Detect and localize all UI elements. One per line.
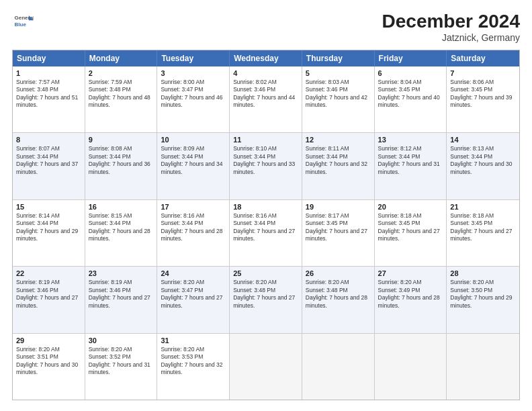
day-number: 21 [450, 203, 516, 211]
calendar: SundayMondayTuesdayWednesdayThursdayFrid… [12, 50, 520, 400]
day-cell-5: 5Sunrise: 8:03 AMSunset: 3:46 PMDaylight… [302, 66, 375, 132]
day-number: 13 [378, 136, 443, 144]
day-cell-8: 8Sunrise: 8:07 AMSunset: 3:44 PMDaylight… [13, 133, 85, 199]
day-detail: Sunrise: 8:17 AMSunset: 3:45 PMDaylight:… [306, 212, 371, 243]
day-detail: Sunrise: 8:19 AMSunset: 3:46 PMDaylight:… [89, 279, 154, 310]
day-cell-15: 15Sunrise: 8:14 AMSunset: 3:44 PMDayligh… [13, 200, 85, 266]
day-number: 17 [161, 203, 226, 211]
day-detail: Sunrise: 8:20 AMSunset: 3:47 PMDaylight:… [161, 279, 226, 310]
day-detail: Sunrise: 8:16 AMSunset: 3:44 PMDaylight:… [233, 212, 298, 243]
day-number: 22 [16, 269, 81, 277]
day-number: 2 [89, 69, 154, 77]
day-detail: Sunrise: 8:10 AMSunset: 3:44 PMDaylight:… [233, 145, 298, 176]
day-number: 28 [450, 269, 516, 277]
day-detail: Sunrise: 8:20 AMSunset: 3:49 PMDaylight:… [378, 279, 443, 310]
day-cell-28: 28Sunrise: 8:20 AMSunset: 3:50 PMDayligh… [447, 267, 519, 332]
day-cell-21: 21Sunrise: 8:18 AMSunset: 3:45 PMDayligh… [447, 200, 519, 266]
day-number: 12 [306, 136, 371, 144]
calendar-week-3: 15Sunrise: 8:14 AMSunset: 3:44 PMDayligh… [13, 199, 519, 266]
day-cell-24: 24Sunrise: 8:20 AMSunset: 3:47 PMDayligh… [157, 267, 230, 332]
day-cell-7: 7Sunrise: 8:06 AMSunset: 3:45 PMDaylight… [447, 66, 519, 132]
header-day: Friday [375, 50, 447, 66]
day-cell-2: 2Sunrise: 7:59 AMSunset: 3:48 PMDaylight… [85, 66, 158, 132]
day-number: 7 [450, 69, 516, 77]
calendar-week-4: 22Sunrise: 8:19 AMSunset: 3:46 PMDayligh… [13, 266, 519, 332]
day-number: 31 [161, 336, 226, 345]
day-cell-13: 13Sunrise: 8:12 AMSunset: 3:44 PMDayligh… [375, 133, 447, 199]
day-cell-18: 18Sunrise: 8:16 AMSunset: 3:44 PMDayligh… [230, 200, 302, 266]
day-number: 15 [16, 203, 81, 211]
header-day: Wednesday [230, 50, 302, 66]
day-cell-16: 16Sunrise: 8:15 AMSunset: 3:44 PMDayligh… [85, 200, 158, 266]
day-cell-17: 17Sunrise: 8:16 AMSunset: 3:44 PMDayligh… [157, 200, 230, 266]
day-cell-11: 11Sunrise: 8:10 AMSunset: 3:44 PMDayligh… [230, 133, 302, 199]
day-detail: Sunrise: 8:07 AMSunset: 3:44 PMDaylight:… [16, 145, 81, 176]
day-cell-1: 1Sunrise: 7:57 AMSunset: 3:48 PMDaylight… [13, 66, 85, 132]
day-cell-4: 4Sunrise: 8:02 AMSunset: 3:46 PMDaylight… [230, 66, 302, 132]
day-number: 16 [89, 203, 154, 211]
empty-cell [375, 334, 447, 400]
day-number: 26 [306, 269, 371, 277]
calendar-week-1: 1Sunrise: 7:57 AMSunset: 3:48 PMDaylight… [13, 66, 519, 132]
day-cell-31: 31Sunrise: 8:20 AMSunset: 3:53 PMDayligh… [157, 334, 230, 400]
day-detail: Sunrise: 8:20 AMSunset: 3:53 PMDaylight:… [161, 346, 226, 377]
day-cell-25: 25Sunrise: 8:20 AMSunset: 3:48 PMDayligh… [230, 267, 302, 332]
day-number: 25 [233, 269, 298, 277]
day-number: 5 [306, 69, 371, 77]
day-detail: Sunrise: 7:57 AMSunset: 3:48 PMDaylight:… [16, 79, 81, 109]
day-detail: Sunrise: 8:04 AMSunset: 3:45 PMDaylight:… [378, 79, 443, 109]
page-subtitle: Jatznick, Germany [382, 32, 520, 43]
day-detail: Sunrise: 8:15 AMSunset: 3:44 PMDaylight:… [89, 212, 154, 243]
day-number: 23 [89, 269, 154, 277]
day-number: 19 [306, 203, 371, 211]
calendar-body: 1Sunrise: 7:57 AMSunset: 3:48 PMDaylight… [13, 66, 519, 400]
day-cell-10: 10Sunrise: 8:09 AMSunset: 3:44 PMDayligh… [157, 133, 230, 199]
day-cell-29: 29Sunrise: 8:20 AMSunset: 3:51 PMDayligh… [13, 334, 85, 400]
calendar-header: SundayMondayTuesdayWednesdayThursdayFrid… [13, 50, 519, 66]
day-detail: Sunrise: 8:00 AMSunset: 3:47 PMDaylight:… [161, 79, 226, 109]
day-number: 24 [161, 269, 226, 277]
day-detail: Sunrise: 8:18 AMSunset: 3:45 PMDaylight:… [378, 212, 443, 243]
calendar-week-2: 8Sunrise: 8:07 AMSunset: 3:44 PMDaylight… [13, 132, 519, 199]
day-cell-9: 9Sunrise: 8:08 AMSunset: 3:44 PMDaylight… [85, 133, 158, 199]
day-cell-23: 23Sunrise: 8:19 AMSunset: 3:46 PMDayligh… [85, 267, 158, 332]
calendar-page: General Blue December 2024 Jatznick, Ger… [0, 0, 532, 411]
day-detail: Sunrise: 8:13 AMSunset: 3:44 PMDaylight:… [450, 145, 516, 176]
day-number: 8 [16, 136, 81, 144]
day-detail: Sunrise: 8:02 AMSunset: 3:46 PMDaylight:… [233, 79, 298, 109]
title-block: December 2024 Jatznick, Germany [382, 11, 520, 43]
day-number: 1 [16, 69, 81, 77]
header-day: Tuesday [157, 50, 230, 66]
day-number: 10 [161, 136, 226, 144]
day-cell-20: 20Sunrise: 8:18 AMSunset: 3:45 PMDayligh… [375, 200, 447, 266]
header-day: Monday [85, 50, 158, 66]
day-detail: Sunrise: 8:11 AMSunset: 3:44 PMDaylight:… [306, 145, 371, 176]
header-day: Saturday [447, 50, 519, 66]
calendar-week-5: 29Sunrise: 8:20 AMSunset: 3:51 PMDayligh… [13, 333, 519, 400]
day-detail: Sunrise: 8:08 AMSunset: 3:44 PMDaylight:… [89, 145, 154, 176]
day-number: 20 [378, 203, 443, 211]
day-cell-3: 3Sunrise: 8:00 AMSunset: 3:47 PMDaylight… [157, 66, 230, 132]
day-detail: Sunrise: 8:16 AMSunset: 3:44 PMDaylight:… [161, 212, 226, 243]
empty-cell [230, 334, 302, 400]
day-cell-27: 27Sunrise: 8:20 AMSunset: 3:49 PMDayligh… [375, 267, 447, 332]
day-cell-26: 26Sunrise: 8:20 AMSunset: 3:48 PMDayligh… [302, 267, 375, 332]
day-cell-22: 22Sunrise: 8:19 AMSunset: 3:46 PMDayligh… [13, 267, 85, 332]
header-day: Thursday [302, 50, 375, 66]
day-detail: Sunrise: 7:59 AMSunset: 3:48 PMDaylight:… [89, 79, 154, 109]
day-number: 18 [233, 203, 298, 211]
day-cell-14: 14Sunrise: 8:13 AMSunset: 3:44 PMDayligh… [447, 133, 519, 199]
day-number: 27 [378, 269, 443, 277]
logo-icon: General Blue [12, 11, 34, 32]
day-detail: Sunrise: 8:19 AMSunset: 3:46 PMDaylight:… [16, 279, 81, 310]
day-number: 6 [378, 69, 443, 77]
page-title: December 2024 [382, 11, 520, 32]
day-detail: Sunrise: 8:20 AMSunset: 3:48 PMDaylight:… [306, 279, 371, 310]
day-detail: Sunrise: 8:06 AMSunset: 3:45 PMDaylight:… [450, 79, 516, 109]
day-cell-12: 12Sunrise: 8:11 AMSunset: 3:44 PMDayligh… [302, 133, 375, 199]
day-detail: Sunrise: 8:18 AMSunset: 3:45 PMDaylight:… [450, 212, 516, 243]
empty-cell [302, 334, 375, 400]
day-number: 11 [233, 136, 298, 144]
day-detail: Sunrise: 8:20 AMSunset: 3:51 PMDaylight:… [16, 346, 81, 377]
day-number: 4 [233, 69, 298, 77]
